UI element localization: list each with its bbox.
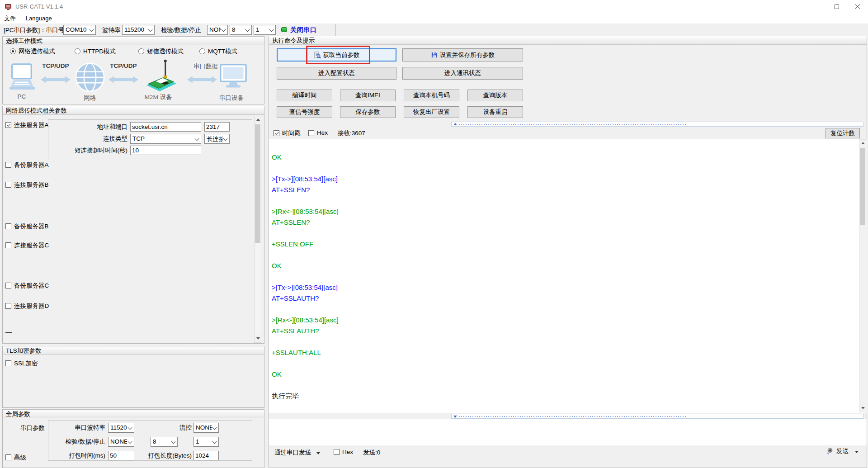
set-save-params-button[interactable]: 设置并保存所有参数 <box>402 48 523 61</box>
chevron-down-icon <box>127 437 134 446</box>
com-port-select[interactable]: COM10 <box>63 25 96 35</box>
node-label-pc: PC <box>18 93 26 100</box>
scroll-down-icon <box>861 407 865 409</box>
send-input-area[interactable] <box>269 419 867 445</box>
log-lines: OK >[Tx->][08:53:54][asc]AT+SSLEN? >[Rx<… <box>272 152 850 402</box>
pack-len-label: 打包长度(Bytes) <box>145 452 192 460</box>
log-scroll-down-button[interactable] <box>859 405 866 412</box>
net-params-scrollbar[interactable] <box>254 116 261 343</box>
port-open-led-icon <box>281 27 287 32</box>
enter-comm-state-button[interactable]: 进入通讯状态 <box>402 67 523 80</box>
pack-len-input[interactable] <box>193 451 219 460</box>
parity-value: NONE <box>208 25 221 34</box>
log-line: >[Tx->][08:53:54][asc] <box>272 282 850 293</box>
g-baud-select[interactable]: 115200 <box>108 423 134 433</box>
databits-select[interactable]: 8 <box>230 25 252 35</box>
advanced-checkbox[interactable] <box>5 454 11 460</box>
chevron-down-icon <box>89 25 95 34</box>
work-mode-radio-1[interactable] <box>75 48 80 54</box>
ssl-label: SSL加密 <box>14 359 38 368</box>
log-line: AT+SSLEN? <box>272 217 850 228</box>
compile-time-button[interactable]: 编译时间 <box>277 90 332 101</box>
keep-alive-select[interactable]: 长连接 <box>204 134 230 144</box>
server-a-address-input[interactable] <box>130 122 201 132</box>
set-save-params-label: 设置并保存所有参数 <box>440 51 495 59</box>
conn-type-select[interactable]: TCP <box>130 134 201 144</box>
double-arrow-icon <box>108 74 138 85</box>
ssl-checkbox[interactable] <box>5 360 11 366</box>
g-parity-label: 检验/数据/停止 <box>60 438 105 446</box>
pack-time-input[interactable] <box>108 451 134 460</box>
query-imei-button[interactable]: 查询IMEI <box>340 90 396 101</box>
g-databits-select[interactable]: 8 <box>151 437 178 447</box>
close-port-button[interactable]: 关闭串口 <box>279 24 332 35</box>
stopbits-value: 1 <box>254 25 269 34</box>
work-mode-radio-2[interactable] <box>138 48 144 54</box>
send-button[interactable]: 发送 <box>826 447 859 455</box>
minimize-icon <box>814 7 819 7</box>
scrollbar-thumb[interactable] <box>255 124 260 243</box>
work-mode-radio-3[interactable] <box>199 48 205 54</box>
collapsed-item-dash <box>5 332 12 333</box>
server-a-port-input[interactable] <box>204 122 230 132</box>
server-checkbox-3[interactable] <box>5 242 11 248</box>
query-signal-label: 查信号强度 <box>289 108 320 116</box>
chevron-down-icon <box>194 134 201 143</box>
scroll-up-button[interactable] <box>255 116 261 123</box>
server-checkbox-label-0: 备份服务器A <box>14 161 49 169</box>
chevron-down-icon <box>147 25 154 34</box>
server-a-checkbox[interactable] <box>5 122 11 128</box>
scroll-up-icon <box>861 142 865 144</box>
addr-port-label: 地址和端口 <box>59 123 127 131</box>
log-line <box>272 380 850 391</box>
splitter-arrow-icon <box>453 416 457 418</box>
query-version-label: 查询版本 <box>483 91 508 99</box>
send-hex-checkbox[interactable] <box>334 449 340 455</box>
server-checkbox-0[interactable] <box>5 162 11 168</box>
double-arrow-icon <box>41 74 71 85</box>
send-via-dropdown[interactable]: 通过串口发送 <box>274 449 320 457</box>
minimize-button[interactable] <box>806 0 826 14</box>
g-stopbits-select[interactable]: 1 <box>193 437 219 447</box>
send-top-splitter[interactable] <box>451 414 863 419</box>
short-conn-timeout-input[interactable] <box>130 146 201 155</box>
server-checkbox-2[interactable] <box>5 223 11 229</box>
work-mode-radio-0[interactable] <box>10 48 16 54</box>
query-phone-number-button[interactable]: 查询本机号码 <box>404 90 459 101</box>
query-version-button[interactable]: 查询版本 <box>467 90 523 101</box>
server-checkbox-5[interactable] <box>5 303 11 309</box>
log-scroll-up-button[interactable] <box>859 140 866 147</box>
timestamp-checkbox[interactable] <box>274 130 279 136</box>
get-params-button[interactable]: 获取当前参数 <box>277 48 396 61</box>
server-checkbox-4[interactable] <box>5 283 11 288</box>
maximize-button[interactable] <box>826 0 847 14</box>
recv-hex-checkbox[interactable] <box>308 130 314 136</box>
menu-language[interactable]: Language <box>22 14 56 24</box>
g-parity-select[interactable]: NONE <box>108 437 134 447</box>
flow-select[interactable]: NONE <box>193 423 219 433</box>
parity-select[interactable]: NONE <box>207 25 228 35</box>
recv-hex-label: Hex <box>317 129 328 136</box>
floppy-icon <box>431 52 438 58</box>
baud-select[interactable]: 115200 <box>122 25 155 35</box>
query-signal-button[interactable]: 查信号强度 <box>277 106 332 118</box>
menu-file[interactable]: 文件 <box>0 14 20 24</box>
device-restart-button[interactable]: 设备重启 <box>467 106 523 118</box>
enter-config-state-button[interactable]: 进入配置状态 <box>277 67 396 80</box>
save-params-button[interactable]: 保存参数 <box>340 106 396 118</box>
keep-alive-value: 长连接 <box>205 134 222 143</box>
link-label-serial-data: 串口数据 <box>193 62 218 71</box>
log-scrollbar-thumb[interactable] <box>860 148 865 225</box>
factory-reset-button[interactable]: 恢复出厂设置 <box>404 106 459 118</box>
g-parity-value: NONE <box>108 437 127 446</box>
caret-down-icon <box>855 451 859 453</box>
log-top-splitter[interactable] <box>451 122 863 127</box>
menu-bar: 文件 Language <box>0 14 868 24</box>
reset-counter-button[interactable]: 复位计数 <box>826 128 860 138</box>
server-checkbox-1[interactable] <box>5 182 11 188</box>
close-button[interactable] <box>847 0 868 14</box>
scroll-down-button[interactable] <box>255 335 261 342</box>
log-scrollbar[interactable] <box>859 139 866 412</box>
stopbits-select[interactable]: 1 <box>254 25 276 35</box>
databits-value: 8 <box>230 25 245 34</box>
